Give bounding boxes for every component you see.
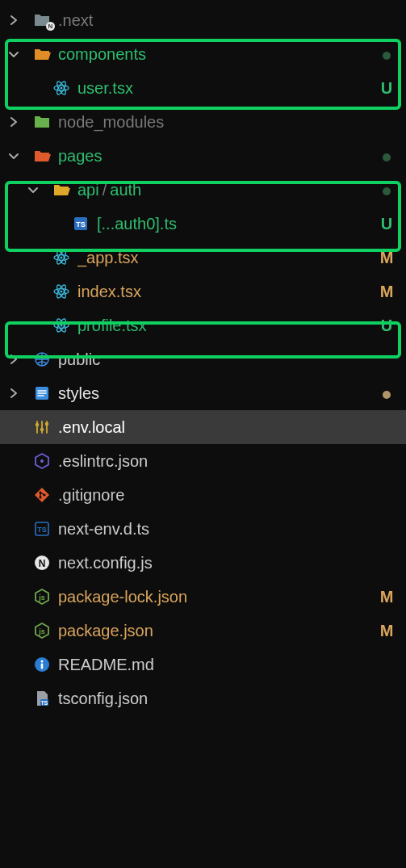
folder-open-icon — [31, 147, 53, 165]
tree-item-api-auth[interactable]: api/auth — [0, 173, 406, 207]
tree-item-auth0-ts[interactable]: [...auth0].ts U — [0, 207, 406, 241]
chevron-down-icon — [5, 48, 23, 61]
item-label: README.md — [58, 656, 396, 674]
sliders-icon — [31, 418, 53, 436]
chevron-down-icon — [5, 149, 23, 162]
item-label: profile.tsx — [77, 317, 377, 335]
chevron-right-icon — [5, 14, 23, 27]
item-label: styles — [58, 384, 377, 403]
item-label: next-env.d.ts — [58, 520, 396, 539]
ts-icon — [69, 215, 92, 233]
tree-item-package-lock[interactable]: package-lock.json M — [0, 580, 406, 614]
chevron-down-icon — [24, 183, 42, 196]
item-label: pages — [58, 147, 377, 166]
item-label: public — [58, 350, 396, 369]
tree-item-next-config[interactable]: next.config.js — [0, 546, 406, 580]
folder-icon — [31, 384, 53, 402]
tree-item-package[interactable]: package.json M — [0, 614, 406, 648]
git-status: M — [377, 249, 396, 267]
react-icon — [50, 79, 73, 97]
tree-item-app-tsx[interactable]: _app.tsx M — [0, 241, 406, 275]
git-status: U — [377, 215, 396, 233]
tree-item-node-modules[interactable]: node_modules — [0, 105, 406, 139]
item-label: next.config.js — [58, 554, 396, 572]
ts-outline-icon — [31, 520, 53, 538]
tree-item-styles[interactable]: styles — [0, 376, 406, 410]
tree-item-readme[interactable]: README.md — [0, 648, 406, 681]
item-label: tsconfig.json — [58, 690, 396, 708]
git-status: M — [377, 588, 396, 606]
tree-item-next-env[interactable]: next-env.d.ts — [0, 512, 406, 546]
folder-open-icon — [50, 181, 73, 199]
git-status: M — [377, 622, 396, 640]
item-label: .env.local — [58, 418, 396, 437]
folder-icon: N — [31, 11, 53, 29]
tree-item-pages[interactable]: pages — [0, 139, 406, 173]
next-icon — [31, 554, 53, 572]
chevron-right-icon — [5, 387, 23, 400]
node-icon — [31, 622, 53, 639]
item-label: .gitignore — [58, 486, 396, 505]
item-label: [...auth0].ts — [97, 215, 377, 233]
git-status-dot — [377, 181, 396, 199]
tree-item-tsconfig[interactable]: tsconfig.json — [0, 681, 406, 715]
git-status: U — [377, 317, 396, 335]
git-icon — [31, 486, 53, 504]
tree-item-user-tsx[interactable]: user.tsx U — [0, 71, 406, 105]
tree-item-env-local[interactable]: .env.local — [0, 410, 406, 444]
item-label: .next — [58, 11, 396, 30]
item-label: node_modules — [58, 113, 396, 132]
folder-icon — [31, 113, 53, 131]
tree-item-profile-tsx[interactable]: profile.tsx U — [0, 308, 406, 342]
file-tree: N .next components user.tsx U node_modul… — [0, 3, 406, 715]
git-status-dot — [377, 45, 396, 64]
tree-item-components[interactable]: components — [0, 37, 406, 71]
info-icon — [31, 656, 53, 673]
item-label: package-lock.json — [58, 588, 377, 606]
item-label: user.tsx — [77, 79, 377, 98]
tree-item-public[interactable]: public — [0, 342, 406, 376]
item-label: index.tsx — [77, 283, 377, 301]
tree-item-index-tsx[interactable]: index.tsx M — [0, 275, 406, 308]
item-label: _app.tsx — [77, 249, 377, 267]
node-icon — [31, 588, 53, 606]
item-label: components — [58, 45, 377, 64]
chevron-right-icon — [5, 115, 23, 128]
item-label: package.json — [58, 622, 377, 640]
item-label: .eslintrc.json — [58, 452, 396, 471]
eslint-icon — [31, 452, 53, 470]
folder-open-icon — [31, 45, 53, 63]
git-status: U — [377, 79, 396, 98]
react-icon — [50, 283, 73, 300]
git-status-dot — [377, 147, 396, 166]
tree-item-eslintrc[interactable]: .eslintrc.json — [0, 444, 406, 478]
chevron-right-icon — [5, 353, 23, 366]
tree-item-gitignore[interactable]: .gitignore — [0, 478, 406, 512]
tree-item-next[interactable]: N .next — [0, 3, 406, 37]
react-icon — [50, 317, 73, 334]
git-status-dot — [377, 384, 396, 403]
globe-icon — [31, 350, 53, 368]
react-icon — [50, 249, 73, 266]
item-label: api/auth — [77, 181, 377, 199]
git-status: M — [377, 283, 396, 301]
tsconfig-icon — [31, 690, 53, 707]
